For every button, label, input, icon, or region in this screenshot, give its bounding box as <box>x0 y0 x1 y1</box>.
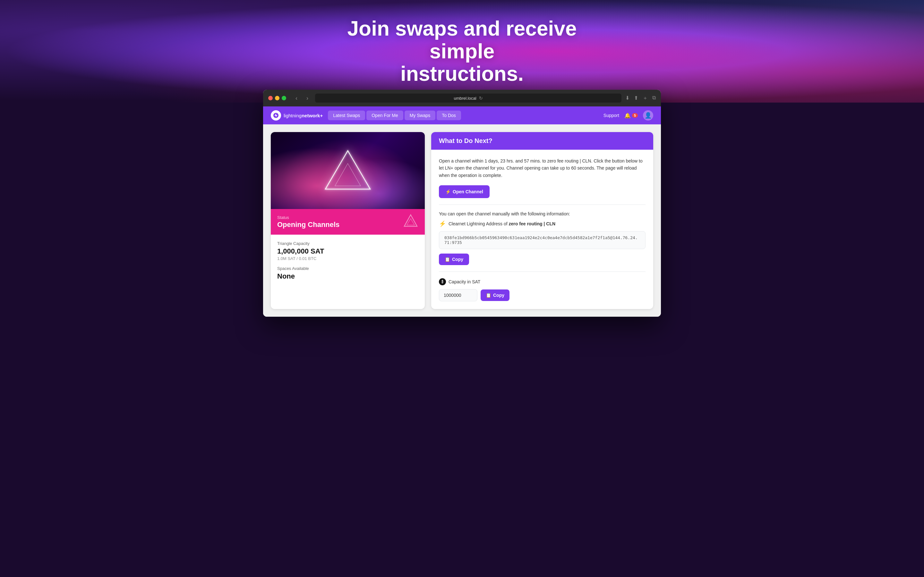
spaces-value: None <box>277 272 418 280</box>
panel-body: Open a channel within 1 days, 23 hrs. an… <box>431 150 653 309</box>
lightning-icon: ⚡ <box>439 220 446 227</box>
manual-info-text: You can open the channel manually with t… <box>439 211 646 216</box>
notification-count: 5 <box>632 113 638 118</box>
triangle-capacity-field: Triangle Capacity 1,000,000 SAT 1.0M SAT… <box>277 241 418 261</box>
browser-actions: ⬇ ⬆ ＋ ⧉ <box>625 95 656 102</box>
minimize-button[interactable] <box>275 96 279 100</box>
lightning-address-label: Clearnet Lightning Address of zero fee r… <box>449 221 556 226</box>
logo-svg <box>273 113 279 118</box>
maximize-button[interactable] <box>282 96 286 100</box>
capacity-input-row: 📋 Copy <box>439 289 646 301</box>
divider-1 <box>439 205 646 205</box>
app-navbar: lightningnetwork+ Latest Swaps Open For … <box>263 106 661 124</box>
capacity-input[interactable] <box>439 289 477 301</box>
copy-capacity-button[interactable]: 📋 Copy <box>481 290 509 301</box>
spaces-label: Spaces Available <box>277 266 418 271</box>
lightning-address-row: ⚡ Clearnet Lightning Address of zero fee… <box>439 220 646 227</box>
app-logo: lightningnetwork+ <box>271 110 323 121</box>
hero-section: Join swaps and receive simple instructio… <box>0 0 924 103</box>
card-body: Triangle Capacity 1,000,000 SAT 1.0M SAT… <box>271 235 425 292</box>
copy-address-button[interactable]: 📋 Copy <box>439 253 469 265</box>
browser-chrome: ‹ › umbrel.local ↻ ⬇ ⬆ ＋ ⧉ <box>263 90 661 106</box>
spaces-field: Spaces Available None <box>277 266 418 280</box>
share-icon[interactable]: ⬆ <box>634 95 638 102</box>
triangle-capacity-sub: 1.0M SAT / 0.01 BTC <box>277 256 418 261</box>
bitcoin-icon: ₿ <box>439 278 446 285</box>
nav-right: Support 🔔 5 👤 <box>604 110 653 121</box>
divider-2 <box>439 271 646 272</box>
hero-title: Join swaps and receive simple instructio… <box>318 17 606 85</box>
browser-controls: ‹ › <box>292 95 311 102</box>
address-bar[interactable]: umbrel.local ↻ <box>315 93 622 103</box>
bell-icon: 🔔 <box>624 113 631 119</box>
panel-header: What to Do Next? <box>431 132 653 150</box>
status-value: Opening Channels <box>277 221 339 229</box>
url-text: umbrel.local <box>454 96 476 101</box>
lightning-bolt-icon: ⚡ <box>445 189 451 194</box>
triangle-capacity-value: 1,000,000 SAT <box>277 247 418 255</box>
lightning-address-box: 038fe1bd966b5cb0545963490c631eaa1924e2c4… <box>439 231 646 249</box>
refresh-icon[interactable]: ↻ <box>479 95 483 101</box>
copy-icon: 📋 <box>445 257 450 262</box>
user-avatar[interactable]: 👤 <box>643 110 653 121</box>
status-triangle-icon <box>403 213 418 230</box>
panel-title: What to Do Next? <box>439 137 646 145</box>
copy-capacity-icon: 📋 <box>486 293 491 298</box>
nav-tabs: Latest Swaps Open For Me My Swaps To Dos <box>328 111 461 120</box>
forward-button[interactable]: › <box>304 95 311 102</box>
triangle-capacity-label: Triangle Capacity <box>277 241 418 246</box>
triangle-art <box>322 144 373 197</box>
logo-icon <box>271 110 281 121</box>
status-label: Status <box>277 215 339 220</box>
right-panel: What to Do Next? Open a channel within 1… <box>431 132 653 309</box>
svg-marker-1 <box>325 151 370 189</box>
back-button[interactable]: ‹ <box>292 95 300 102</box>
main-content: Status Opening Channels Triangle Capacit… <box>263 124 661 317</box>
left-card: Status Opening Channels Triangle Capacit… <box>271 132 425 309</box>
download-icon[interactable]: ⬇ <box>625 95 630 102</box>
info-text: Open a channel within 1 days, 23 hrs. an… <box>439 157 646 179</box>
support-link[interactable]: Support <box>604 113 619 118</box>
capacity-row: ₿ Capacity in SAT <box>439 278 646 285</box>
new-tab-icon[interactable]: ＋ <box>643 95 648 102</box>
tab-open-for-me[interactable]: Open For Me <box>367 111 403 120</box>
close-button[interactable] <box>268 96 273 100</box>
browser-window: ‹ › umbrel.local ↻ ⬇ ⬆ ＋ ⧉ lightningnetw… <box>263 90 661 317</box>
svg-marker-2 <box>335 163 360 186</box>
notification-badge[interactable]: 🔔 5 <box>624 113 638 119</box>
tab-to-dos[interactable]: To Dos <box>437 111 461 120</box>
traffic-lights <box>268 96 286 100</box>
svg-marker-3 <box>404 215 417 226</box>
card-status-bar: Status Opening Channels <box>271 209 425 235</box>
logo-text: lightningnetwork+ <box>284 113 323 118</box>
tab-overview-icon[interactable]: ⧉ <box>652 95 656 102</box>
tab-latest-swaps[interactable]: Latest Swaps <box>328 111 365 120</box>
card-image <box>271 132 425 209</box>
open-channel-button[interactable]: ⚡ Open Channel <box>439 185 489 198</box>
capacity-label: Capacity in SAT <box>449 279 480 284</box>
tab-my-swaps[interactable]: My Swaps <box>405 111 436 120</box>
